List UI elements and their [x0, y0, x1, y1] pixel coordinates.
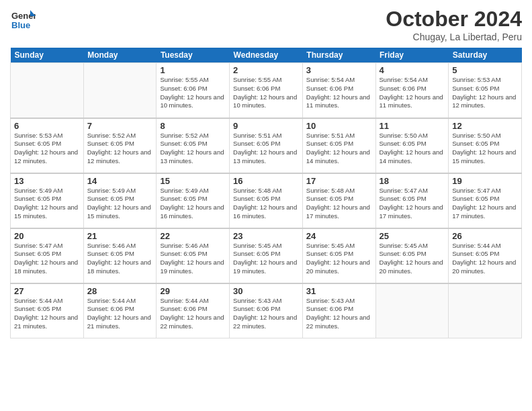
daylight: Daylight: 12 hours and 12 minutes. — [87, 148, 151, 165]
sunrise: Sunrise: 5:44 AM — [452, 242, 500, 249]
sunset: Sunset: 6:06 PM — [233, 85, 280, 92]
sunrise: Sunrise: 5:45 AM — [233, 242, 281, 249]
day-number: 11 — [380, 121, 445, 131]
header: General Blue October 2024 Chugay, La Lib… — [10, 7, 522, 42]
sunrise: Sunrise: 5:49 AM — [14, 187, 62, 194]
day-info: Sunrise: 5:47 AM Sunset: 6:05 PM Dayligh… — [452, 187, 518, 221]
daylight: Daylight: 12 hours and 10 minutes. — [160, 93, 224, 109]
day-info: Sunrise: 5:47 AM Sunset: 6:05 PM Dayligh… — [380, 187, 445, 221]
daylight: Daylight: 12 hours and 16 minutes. — [233, 203, 297, 220]
day-number: 17 — [306, 176, 372, 186]
day-info: Sunrise: 5:45 AM Sunset: 6:05 PM Dayligh… — [306, 242, 372, 276]
day-number: 5 — [452, 65, 518, 75]
calendar-cell: 13 Sunrise: 5:49 AM Sunset: 6:05 PM Dayl… — [11, 173, 84, 228]
day-info: Sunrise: 5:55 AM Sunset: 6:06 PM Dayligh… — [160, 76, 226, 110]
day-info: Sunrise: 5:53 AM Sunset: 6:05 PM Dayligh… — [14, 132, 80, 166]
sunset: Sunset: 6:05 PM — [14, 305, 61, 312]
calendar-cell: 8 Sunrise: 5:52 AM Sunset: 6:05 PM Dayli… — [157, 118, 230, 173]
calendar-cell — [375, 283, 449, 338]
day-info: Sunrise: 5:44 AM Sunset: 6:05 PM Dayligh… — [14, 297, 80, 331]
weekday-header-row: SundayMondayTuesdayWednesdayThursdayFrid… — [11, 48, 522, 63]
sunrise: Sunrise: 5:53 AM — [14, 132, 62, 139]
daylight: Daylight: 12 hours and 15 minutes. — [87, 203, 151, 220]
day-info: Sunrise: 5:54 AM Sunset: 6:06 PM Dayligh… — [380, 76, 445, 110]
day-number: 4 — [380, 65, 445, 75]
calendar-cell: 5 Sunrise: 5:53 AM Sunset: 6:05 PM Dayli… — [449, 63, 522, 118]
day-number: 6 — [14, 121, 80, 131]
daylight: Daylight: 12 hours and 19 minutes. — [160, 259, 224, 275]
calendar-cell: 16 Sunrise: 5:48 AM Sunset: 6:05 PM Dayl… — [230, 173, 303, 228]
weekday-header-wednesday: Wednesday — [230, 48, 303, 63]
sunrise: Sunrise: 5:49 AM — [87, 187, 136, 194]
week-row-5: 27 Sunrise: 5:44 AM Sunset: 6:05 PM Dayl… — [11, 283, 522, 338]
sunset: Sunset: 6:06 PM — [87, 305, 134, 312]
daylight: Daylight: 12 hours and 11 minutes. — [380, 93, 443, 109]
day-number: 23 — [233, 231, 299, 241]
sunset: Sunset: 6:05 PM — [14, 140, 61, 147]
logo: General Blue — [10, 7, 36, 35]
calendar-cell: 18 Sunrise: 5:47 AM Sunset: 6:05 PM Dayl… — [375, 173, 449, 228]
daylight: Daylight: 12 hours and 16 minutes. — [160, 203, 224, 220]
sunset: Sunset: 6:05 PM — [306, 140, 353, 147]
day-info: Sunrise: 5:53 AM Sunset: 6:05 PM Dayligh… — [452, 76, 518, 110]
daylight: Daylight: 12 hours and 12 minutes. — [14, 148, 78, 165]
day-info: Sunrise: 5:44 AM Sunset: 6:06 PM Dayligh… — [160, 297, 226, 331]
week-row-2: 6 Sunrise: 5:53 AM Sunset: 6:05 PM Dayli… — [11, 118, 522, 173]
day-info: Sunrise: 5:55 AM Sunset: 6:06 PM Dayligh… — [233, 76, 299, 110]
day-number: 26 — [452, 231, 518, 241]
sunrise: Sunrise: 5:55 AM — [233, 76, 281, 83]
sunset: Sunset: 6:06 PM — [160, 85, 207, 92]
sunrise: Sunrise: 5:52 AM — [160, 132, 208, 139]
sunset: Sunset: 6:06 PM — [306, 305, 353, 312]
sunrise: Sunrise: 5:52 AM — [87, 132, 136, 139]
day-number: 31 — [306, 286, 372, 296]
day-info: Sunrise: 5:44 AM Sunset: 6:06 PM Dayligh… — [87, 297, 153, 331]
day-info: Sunrise: 5:50 AM Sunset: 6:05 PM Dayligh… — [452, 132, 518, 166]
sunrise: Sunrise: 5:47 AM — [452, 187, 500, 194]
week-row-3: 13 Sunrise: 5:49 AM Sunset: 6:05 PM Dayl… — [11, 173, 522, 228]
day-number: 12 — [452, 121, 518, 131]
sunset: Sunset: 6:05 PM — [160, 140, 207, 147]
day-number: 24 — [306, 231, 372, 241]
daylight: Daylight: 12 hours and 14 minutes. — [380, 148, 443, 165]
sunrise: Sunrise: 5:50 AM — [380, 132, 428, 139]
daylight: Daylight: 12 hours and 21 minutes. — [14, 314, 78, 330]
calendar-cell: 4 Sunrise: 5:54 AM Sunset: 6:06 PM Dayli… — [375, 63, 449, 118]
calendar-cell: 2 Sunrise: 5:55 AM Sunset: 6:06 PM Dayli… — [230, 63, 303, 118]
title-section: October 2024 Chugay, La Libertad, Peru — [386, 7, 522, 42]
day-number: 3 — [306, 65, 372, 75]
svg-text:Blue: Blue — [11, 20, 30, 30]
daylight: Daylight: 12 hours and 18 minutes. — [87, 259, 151, 275]
calendar-cell: 25 Sunrise: 5:45 AM Sunset: 6:05 PM Dayl… — [375, 228, 449, 283]
daylight: Daylight: 12 hours and 20 minutes. — [306, 259, 370, 275]
weekday-header-saturday: Saturday — [449, 48, 522, 63]
sunrise: Sunrise: 5:48 AM — [306, 187, 355, 194]
daylight: Daylight: 12 hours and 22 minutes. — [306, 314, 370, 330]
day-info: Sunrise: 5:47 AM Sunset: 6:05 PM Dayligh… — [14, 242, 80, 276]
month-title: October 2024 — [386, 7, 522, 32]
calendar-cell: 10 Sunrise: 5:51 AM Sunset: 6:05 PM Dayl… — [302, 118, 375, 173]
day-number: 18 — [380, 176, 445, 186]
day-number: 10 — [306, 121, 372, 131]
sunset: Sunset: 6:05 PM — [14, 195, 61, 202]
sunset: Sunset: 6:05 PM — [233, 250, 280, 257]
calendar-cell: 12 Sunrise: 5:50 AM Sunset: 6:05 PM Dayl… — [449, 118, 522, 173]
day-number: 20 — [14, 231, 80, 241]
calendar-container: General Blue October 2024 Chugay, La Lib… — [0, 0, 532, 411]
calendar-cell: 22 Sunrise: 5:46 AM Sunset: 6:05 PM Dayl… — [157, 228, 230, 283]
sunset: Sunset: 6:05 PM — [306, 195, 353, 202]
calendar-cell: 20 Sunrise: 5:47 AM Sunset: 6:05 PM Dayl… — [11, 228, 84, 283]
sunrise: Sunrise: 5:45 AM — [306, 242, 355, 249]
calendar-cell: 26 Sunrise: 5:44 AM Sunset: 6:05 PM Dayl… — [449, 228, 522, 283]
sunset: Sunset: 6:05 PM — [452, 195, 499, 202]
daylight: Daylight: 12 hours and 20 minutes. — [380, 259, 443, 275]
day-info: Sunrise: 5:43 AM Sunset: 6:06 PM Dayligh… — [306, 297, 372, 331]
day-number: 8 — [160, 121, 226, 131]
calendar-cell: 17 Sunrise: 5:48 AM Sunset: 6:05 PM Dayl… — [302, 173, 375, 228]
calendar-cell — [449, 283, 522, 338]
sunrise: Sunrise: 5:50 AM — [452, 132, 500, 139]
sunset: Sunset: 6:05 PM — [160, 195, 207, 202]
calendar-cell: 7 Sunrise: 5:52 AM Sunset: 6:05 PM Dayli… — [83, 118, 157, 173]
sunrise: Sunrise: 5:49 AM — [160, 187, 208, 194]
sunset: Sunset: 6:05 PM — [306, 250, 353, 257]
